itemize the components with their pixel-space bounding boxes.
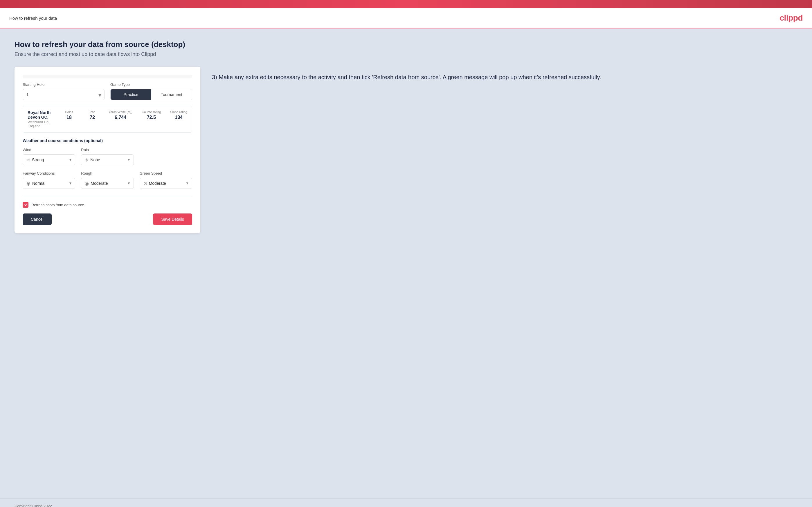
- wind-select-wrapper: ≋ Strong None Light Moderate ▼: [22, 154, 75, 165]
- par-label: Par: [85, 110, 99, 114]
- course-rating-value: 72.5: [142, 115, 161, 120]
- refresh-label: Refresh shots from data source: [31, 203, 84, 207]
- wind-select[interactable]: Strong None Light Moderate: [30, 155, 71, 165]
- green-speed-select[interactable]: Moderate Slow Fast: [147, 178, 189, 188]
- rough-icon: ◉: [85, 181, 89, 186]
- page-heading: How to refresh your data from source (de…: [14, 40, 798, 49]
- footer-copyright: Copyright Clippd 2022: [14, 504, 52, 507]
- wind-group: Wind ≋ Strong None Light Moderate ▼: [22, 148, 75, 165]
- wind-icon: ≋: [27, 157, 30, 163]
- green-speed-group: Green Speed ⊙ Moderate Slow Fast ▼: [140, 171, 192, 189]
- fairway-select-wrapper: ◉ Normal Soft Firm ▼: [22, 178, 75, 189]
- yards-cell: Yards/White (M)) 6,744: [104, 106, 137, 132]
- green-speed-select-wrapper: ⊙ Moderate Slow Fast ▼: [140, 178, 192, 189]
- rain-label: Rain: [81, 148, 134, 152]
- slope-rating-cell: Slope rating 134: [165, 106, 192, 132]
- conditions-section: Weather and course conditions (optional)…: [22, 138, 192, 189]
- button-row: Cancel Save Details: [22, 214, 192, 225]
- course-name-cell: Royal North Devon GC, Westward Ho!, Engl…: [23, 106, 57, 132]
- rough-select-wrapper: ◉ Moderate Light Heavy ▼: [81, 178, 134, 189]
- checkmark-icon: [24, 203, 27, 207]
- content-layout: Starting Hole 1 10 ▼ Game Type Practice …: [14, 67, 798, 233]
- cancel-button[interactable]: Cancel: [22, 214, 52, 225]
- starting-hole-group: Starting Hole 1 10 ▼: [22, 82, 104, 100]
- wind-rain-row: Wind ≋ Strong None Light Moderate ▼: [22, 148, 192, 165]
- slope-rating-value: 134: [170, 115, 187, 120]
- main-content: How to refresh your data from source (de…: [0, 29, 812, 498]
- header: How to refresh your data clippd: [0, 8, 812, 29]
- form-card: Starting Hole 1 10 ▼ Game Type Practice …: [14, 67, 200, 233]
- green-speed-label: Green Speed: [140, 171, 192, 175]
- refresh-checkbox[interactable]: [22, 202, 29, 208]
- fairway-rough-green-row: Fairway Conditions ◉ Normal Soft Firm ▼: [22, 171, 192, 189]
- save-button[interactable]: Save Details: [153, 214, 192, 225]
- side-description: 3) Make any extra edits necessary to the…: [212, 67, 798, 82]
- logo: clippd: [780, 13, 803, 22]
- fairway-group: Fairway Conditions ◉ Normal Soft Firm ▼: [22, 171, 75, 189]
- game-type-group: Game Type Practice Tournament: [110, 82, 192, 100]
- rain-select-wrapper: ✳ None Light Heavy ▼: [81, 154, 134, 165]
- top-bar: [0, 0, 812, 8]
- par-value: 72: [85, 115, 99, 120]
- course-location: Westward Ho!, England: [28, 120, 53, 128]
- wind-label: Wind: [22, 148, 75, 152]
- starting-hole-select-wrapper: 1 10 ▼: [22, 89, 104, 100]
- course-table: Royal North Devon GC, Westward Ho!, Engl…: [22, 106, 192, 132]
- game-type-buttons: Practice Tournament: [110, 89, 192, 100]
- card-hint-bar: [22, 75, 192, 78]
- practice-button[interactable]: Practice: [111, 89, 151, 100]
- yards-value: 6,744: [109, 115, 133, 120]
- course-rating-cell: Course rating 72.5: [137, 106, 165, 132]
- rough-label: Rough: [81, 171, 134, 175]
- rough-select[interactable]: Moderate Light Heavy: [89, 178, 130, 188]
- fairway-icon: ◉: [27, 181, 31, 186]
- game-type-label: Game Type: [110, 82, 192, 87]
- conditions-label: Weather and course conditions (optional): [22, 138, 192, 143]
- fairway-select[interactable]: Normal Soft Firm: [31, 178, 71, 188]
- slope-rating-label: Slope rating: [170, 110, 187, 114]
- tournament-button[interactable]: Tournament: [151, 89, 192, 100]
- fairway-label: Fairway Conditions: [22, 171, 75, 175]
- holes-cell: Holes 18: [57, 106, 81, 132]
- side-note-text: 3) Make any extra edits necessary to the…: [212, 72, 798, 82]
- starting-hole-label: Starting Hole: [22, 82, 104, 87]
- green-speed-icon: ⊙: [143, 181, 147, 186]
- course-rating-label: Course rating: [142, 110, 161, 114]
- header-title: How to refresh your data: [9, 16, 57, 20]
- yards-label: Yards/White (M)): [109, 110, 133, 114]
- holes-label: Holes: [62, 110, 76, 114]
- form-row-top: Starting Hole 1 10 ▼ Game Type Practice …: [22, 82, 192, 100]
- starting-hole-select[interactable]: 1 10: [22, 89, 104, 100]
- course-name: Royal North Devon GC,: [28, 110, 53, 119]
- footer: Copyright Clippd 2022: [0, 498, 812, 507]
- rain-select[interactable]: None Light Heavy: [89, 155, 130, 165]
- divider: [22, 196, 192, 196]
- course-row: Royal North Devon GC, Westward Ho!, Engl…: [23, 106, 192, 132]
- par-cell: Par 72: [81, 106, 104, 132]
- rough-group: Rough ◉ Moderate Light Heavy ▼: [81, 171, 134, 189]
- holes-value: 18: [62, 115, 76, 120]
- page-subheading: Ensure the correct and most up to date d…: [14, 51, 798, 57]
- refresh-checkbox-row: Refresh shots from data source: [22, 202, 192, 208]
- rain-group: Rain ✳ None Light Heavy ▼: [81, 148, 134, 165]
- rain-icon: ✳: [85, 157, 89, 163]
